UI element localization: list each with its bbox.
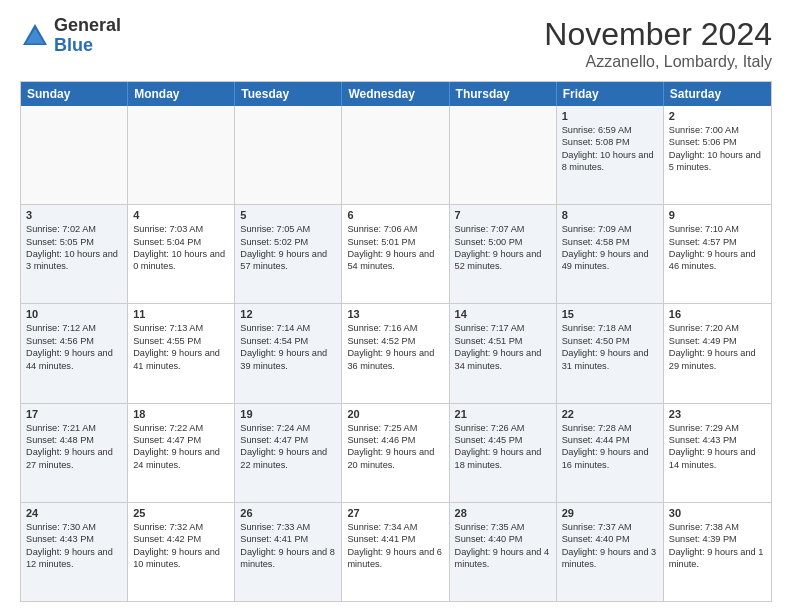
weekday-header: Friday	[557, 82, 664, 106]
day-number: 8	[562, 209, 658, 221]
day-number: 15	[562, 308, 658, 320]
calendar-cell: 20Sunrise: 7:25 AM Sunset: 4:46 PM Dayli…	[342, 404, 449, 502]
calendar-cell: 23Sunrise: 7:29 AM Sunset: 4:43 PM Dayli…	[664, 404, 771, 502]
day-number: 26	[240, 507, 336, 519]
calendar-cell	[128, 106, 235, 204]
calendar-cell: 19Sunrise: 7:24 AM Sunset: 4:47 PM Dayli…	[235, 404, 342, 502]
day-number: 16	[669, 308, 766, 320]
day-info: Sunrise: 7:21 AM Sunset: 4:48 PM Dayligh…	[26, 422, 122, 472]
day-number: 11	[133, 308, 229, 320]
day-info: Sunrise: 7:32 AM Sunset: 4:42 PM Dayligh…	[133, 521, 229, 571]
day-number: 12	[240, 308, 336, 320]
day-info: Sunrise: 6:59 AM Sunset: 5:08 PM Dayligh…	[562, 124, 658, 174]
calendar-row: 17Sunrise: 7:21 AM Sunset: 4:48 PM Dayli…	[21, 404, 771, 503]
day-info: Sunrise: 7:12 AM Sunset: 4:56 PM Dayligh…	[26, 322, 122, 372]
calendar-cell	[21, 106, 128, 204]
day-number: 13	[347, 308, 443, 320]
calendar-cell: 25Sunrise: 7:32 AM Sunset: 4:42 PM Dayli…	[128, 503, 235, 601]
calendar-cell: 22Sunrise: 7:28 AM Sunset: 4:44 PM Dayli…	[557, 404, 664, 502]
day-number: 5	[240, 209, 336, 221]
day-number: 23	[669, 408, 766, 420]
weekday-header: Thursday	[450, 82, 557, 106]
day-info: Sunrise: 7:06 AM Sunset: 5:01 PM Dayligh…	[347, 223, 443, 273]
calendar-cell: 27Sunrise: 7:34 AM Sunset: 4:41 PM Dayli…	[342, 503, 449, 601]
calendar-cell: 11Sunrise: 7:13 AM Sunset: 4:55 PM Dayli…	[128, 304, 235, 402]
day-info: Sunrise: 7:22 AM Sunset: 4:47 PM Dayligh…	[133, 422, 229, 472]
day-info: Sunrise: 7:20 AM Sunset: 4:49 PM Dayligh…	[669, 322, 766, 372]
calendar-cell: 10Sunrise: 7:12 AM Sunset: 4:56 PM Dayli…	[21, 304, 128, 402]
day-number: 24	[26, 507, 122, 519]
calendar-cell: 21Sunrise: 7:26 AM Sunset: 4:45 PM Dayli…	[450, 404, 557, 502]
day-info: Sunrise: 7:16 AM Sunset: 4:52 PM Dayligh…	[347, 322, 443, 372]
day-number: 18	[133, 408, 229, 420]
day-number: 25	[133, 507, 229, 519]
weekday-header: Saturday	[664, 82, 771, 106]
day-info: Sunrise: 7:25 AM Sunset: 4:46 PM Dayligh…	[347, 422, 443, 472]
calendar-cell: 9Sunrise: 7:10 AM Sunset: 4:57 PM Daylig…	[664, 205, 771, 303]
day-number: 2	[669, 110, 766, 122]
calendar-cell: 15Sunrise: 7:18 AM Sunset: 4:50 PM Dayli…	[557, 304, 664, 402]
calendar-cell: 7Sunrise: 7:07 AM Sunset: 5:00 PM Daylig…	[450, 205, 557, 303]
calendar-cell: 18Sunrise: 7:22 AM Sunset: 4:47 PM Dayli…	[128, 404, 235, 502]
page: General Blue November 2024 Azzanello, Lo…	[0, 0, 792, 612]
calendar-row: 10Sunrise: 7:12 AM Sunset: 4:56 PM Dayli…	[21, 304, 771, 403]
day-number: 21	[455, 408, 551, 420]
day-number: 17	[26, 408, 122, 420]
calendar-cell	[342, 106, 449, 204]
day-info: Sunrise: 7:35 AM Sunset: 4:40 PM Dayligh…	[455, 521, 551, 571]
calendar-cell: 24Sunrise: 7:30 AM Sunset: 4:43 PM Dayli…	[21, 503, 128, 601]
calendar-body: 1Sunrise: 6:59 AM Sunset: 5:08 PM Daylig…	[21, 106, 771, 601]
day-info: Sunrise: 7:24 AM Sunset: 4:47 PM Dayligh…	[240, 422, 336, 472]
calendar-row: 1Sunrise: 6:59 AM Sunset: 5:08 PM Daylig…	[21, 106, 771, 205]
calendar-cell: 17Sunrise: 7:21 AM Sunset: 4:48 PM Dayli…	[21, 404, 128, 502]
day-info: Sunrise: 7:03 AM Sunset: 5:04 PM Dayligh…	[133, 223, 229, 273]
day-number: 10	[26, 308, 122, 320]
header: General Blue November 2024 Azzanello, Lo…	[20, 16, 772, 71]
logo-general: General	[54, 15, 121, 35]
day-number: 14	[455, 308, 551, 320]
calendar-cell: 12Sunrise: 7:14 AM Sunset: 4:54 PM Dayli…	[235, 304, 342, 402]
day-info: Sunrise: 7:26 AM Sunset: 4:45 PM Dayligh…	[455, 422, 551, 472]
weekday-header: Sunday	[21, 82, 128, 106]
calendar-cell	[450, 106, 557, 204]
month-title: November 2024	[544, 16, 772, 53]
day-info: Sunrise: 7:09 AM Sunset: 4:58 PM Dayligh…	[562, 223, 658, 273]
day-number: 9	[669, 209, 766, 221]
logo-icon	[20, 21, 50, 51]
day-number: 28	[455, 507, 551, 519]
calendar-cell: 29Sunrise: 7:37 AM Sunset: 4:40 PM Dayli…	[557, 503, 664, 601]
logo: General Blue	[20, 16, 121, 56]
day-info: Sunrise: 7:33 AM Sunset: 4:41 PM Dayligh…	[240, 521, 336, 571]
calendar-row: 24Sunrise: 7:30 AM Sunset: 4:43 PM Dayli…	[21, 503, 771, 601]
calendar-cell: 14Sunrise: 7:17 AM Sunset: 4:51 PM Dayli…	[450, 304, 557, 402]
title-block: November 2024 Azzanello, Lombardy, Italy	[544, 16, 772, 71]
day-number: 19	[240, 408, 336, 420]
logo-text: General Blue	[54, 16, 121, 56]
day-info: Sunrise: 7:38 AM Sunset: 4:39 PM Dayligh…	[669, 521, 766, 571]
day-number: 30	[669, 507, 766, 519]
day-info: Sunrise: 7:13 AM Sunset: 4:55 PM Dayligh…	[133, 322, 229, 372]
calendar-row: 3Sunrise: 7:02 AM Sunset: 5:05 PM Daylig…	[21, 205, 771, 304]
day-info: Sunrise: 7:37 AM Sunset: 4:40 PM Dayligh…	[562, 521, 658, 571]
calendar-cell: 3Sunrise: 7:02 AM Sunset: 5:05 PM Daylig…	[21, 205, 128, 303]
calendar-cell: 8Sunrise: 7:09 AM Sunset: 4:58 PM Daylig…	[557, 205, 664, 303]
day-info: Sunrise: 7:30 AM Sunset: 4:43 PM Dayligh…	[26, 521, 122, 571]
day-info: Sunrise: 7:14 AM Sunset: 4:54 PM Dayligh…	[240, 322, 336, 372]
calendar-cell	[235, 106, 342, 204]
day-number: 1	[562, 110, 658, 122]
day-info: Sunrise: 7:07 AM Sunset: 5:00 PM Dayligh…	[455, 223, 551, 273]
day-number: 27	[347, 507, 443, 519]
day-number: 29	[562, 507, 658, 519]
weekday-header: Wednesday	[342, 82, 449, 106]
calendar-cell: 4Sunrise: 7:03 AM Sunset: 5:04 PM Daylig…	[128, 205, 235, 303]
day-info: Sunrise: 7:18 AM Sunset: 4:50 PM Dayligh…	[562, 322, 658, 372]
calendar-header: SundayMondayTuesdayWednesdayThursdayFrid…	[21, 82, 771, 106]
day-number: 20	[347, 408, 443, 420]
calendar-cell: 1Sunrise: 6:59 AM Sunset: 5:08 PM Daylig…	[557, 106, 664, 204]
day-info: Sunrise: 7:00 AM Sunset: 5:06 PM Dayligh…	[669, 124, 766, 174]
calendar-cell: 30Sunrise: 7:38 AM Sunset: 4:39 PM Dayli…	[664, 503, 771, 601]
calendar-cell: 26Sunrise: 7:33 AM Sunset: 4:41 PM Dayli…	[235, 503, 342, 601]
logo-blue: Blue	[54, 35, 93, 55]
day-info: Sunrise: 7:29 AM Sunset: 4:43 PM Dayligh…	[669, 422, 766, 472]
day-info: Sunrise: 7:05 AM Sunset: 5:02 PM Dayligh…	[240, 223, 336, 273]
